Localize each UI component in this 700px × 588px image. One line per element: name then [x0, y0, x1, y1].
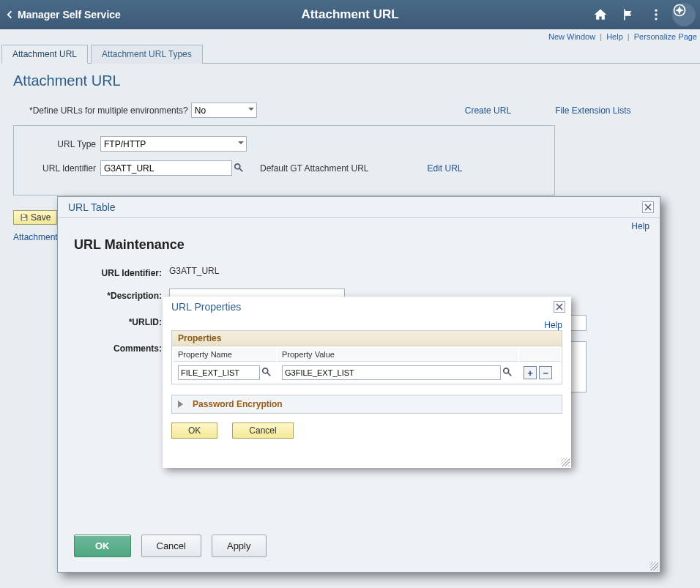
ok-button[interactable]: OK: [74, 535, 131, 557]
table-row: + −: [174, 363, 560, 382]
props-table: Property Name Property Value: [172, 346, 562, 384]
props-cancel-button[interactable]: Cancel: [232, 423, 293, 439]
cancel-button[interactable]: Cancel: [141, 535, 201, 557]
define-label: *Define URLs for multiple environments?: [29, 105, 188, 116]
separator: |: [628, 32, 630, 41]
save-label: Save: [31, 212, 51, 223]
url-identifier-input[interactable]: [100, 160, 232, 176]
modal-url-properties: URL Properties Help Properties Property …: [163, 297, 571, 468]
props-help-link[interactable]: Help: [544, 320, 562, 330]
expand-icon: [178, 401, 187, 408]
help-link[interactable]: Help: [606, 32, 623, 41]
back-label: Manager Self Service: [18, 9, 121, 21]
svg-rect-5: [22, 215, 26, 217]
um-urlid-label: *URLID:: [74, 315, 169, 327]
svg-rect-6: [22, 218, 26, 220]
kebab-icon: [649, 7, 663, 22]
svg-point-7: [263, 368, 268, 373]
define-select[interactable]: No: [191, 103, 257, 118]
col-property-name: Property Name: [174, 348, 276, 362]
svg-point-0: [655, 10, 657, 12]
props-modal-title: URL Properties: [171, 301, 241, 313]
page-links: Create URL File Extension Lists: [465, 105, 631, 116]
lookup-icon[interactable]: [261, 367, 272, 379]
svg-point-2: [655, 18, 657, 20]
modal-buttons: OK Cancel Apply: [74, 535, 267, 557]
tab-attachment-url-types[interactable]: Attachment URL Types: [91, 45, 203, 64]
new-window-link[interactable]: New Window: [548, 32, 595, 41]
um-description-label: *Description:: [74, 289, 169, 301]
svg-point-8: [504, 368, 509, 373]
top-links: New Window | Help | Personalize Page: [0, 29, 700, 44]
save-button[interactable]: Save: [13, 210, 57, 225]
save-icon: [20, 213, 29, 222]
resize-handle[interactable]: [561, 458, 570, 466]
page-title: Attachment URL: [13, 72, 688, 89]
back-button[interactable]: Manager Self Service: [0, 0, 128, 29]
chevron-left-icon: [4, 10, 15, 20]
home-icon: [593, 7, 608, 22]
props-modal-header: URL Properties: [163, 297, 571, 317]
lookup-icon[interactable]: [234, 163, 245, 174]
url-type-select[interactable]: FTP/HTTP: [100, 136, 247, 152]
add-row-button[interactable]: +: [524, 366, 537, 379]
edit-url-link[interactable]: Edit URL: [428, 163, 463, 174]
delete-row-button[interactable]: −: [539, 366, 552, 379]
url-box: URL Type FTP/HTTP URL Identifier Default…: [13, 125, 555, 196]
close-button[interactable]: [642, 201, 654, 213]
url-type-label: URL Type: [27, 139, 100, 149]
compass-icon: [672, 3, 687, 18]
um-comments-label: Comments:: [74, 341, 169, 354]
props-button-row: OK Cancel: [171, 423, 562, 439]
flag-icon: [621, 7, 636, 22]
navbar-button[interactable]: [671, 1, 697, 28]
lookup-icon[interactable]: [502, 367, 513, 379]
password-encryption-label: Password Encryption: [193, 399, 283, 409]
password-encryption-section[interactable]: Password Encryption: [171, 395, 562, 414]
actions-button[interactable]: [643, 1, 669, 28]
global-header: Manager Self Service Attachment URL: [0, 0, 700, 29]
svg-point-4: [235, 163, 240, 168]
svg-point-1: [655, 13, 657, 15]
property-name-input[interactable]: [178, 365, 260, 380]
default-url-msg: Default GT Attachment URL: [260, 163, 369, 174]
props-close-button[interactable]: [554, 301, 565, 313]
modal-help-link[interactable]: Help: [631, 221, 649, 231]
props-ok-button[interactable]: OK: [171, 423, 217, 439]
separator: |: [600, 32, 602, 41]
props-section-title: Properties: [172, 331, 562, 346]
resize-handle[interactable]: [649, 562, 658, 570]
um-url-identifier-label: URL Identifier:: [74, 266, 169, 278]
personalize-link[interactable]: Personalize Page: [634, 32, 697, 41]
create-url-link[interactable]: Create URL: [465, 105, 511, 116]
flag-button[interactable]: [615, 1, 641, 28]
define-select-wrap: No: [191, 103, 257, 118]
url-maintenance-title: URL Maintenance: [74, 237, 644, 253]
property-value-input[interactable]: [282, 365, 501, 380]
apply-button[interactable]: Apply: [212, 535, 267, 557]
close-icon: [644, 204, 652, 211]
modal-title: URL Table: [68, 201, 116, 213]
close-icon: [556, 303, 563, 310]
modal-header: URL Table: [58, 197, 660, 218]
header-icons: [587, 1, 700, 28]
url-identifier-label: URL Identifier: [27, 163, 100, 174]
home-button[interactable]: [587, 1, 614, 28]
props-body: Properties Property Name Property Value: [163, 330, 571, 439]
props-box: Properties Property Name Property Value: [171, 330, 562, 384]
um-url-identifier-value: G3ATT_URL: [169, 266, 644, 276]
col-property-value: Property Value: [278, 348, 518, 362]
tab-row: Attachment URL Attachment URL Types: [1, 44, 700, 64]
file-ext-lists-link[interactable]: File Extension Lists: [555, 105, 630, 116]
tab-attachment-url[interactable]: Attachment URL: [1, 45, 88, 64]
